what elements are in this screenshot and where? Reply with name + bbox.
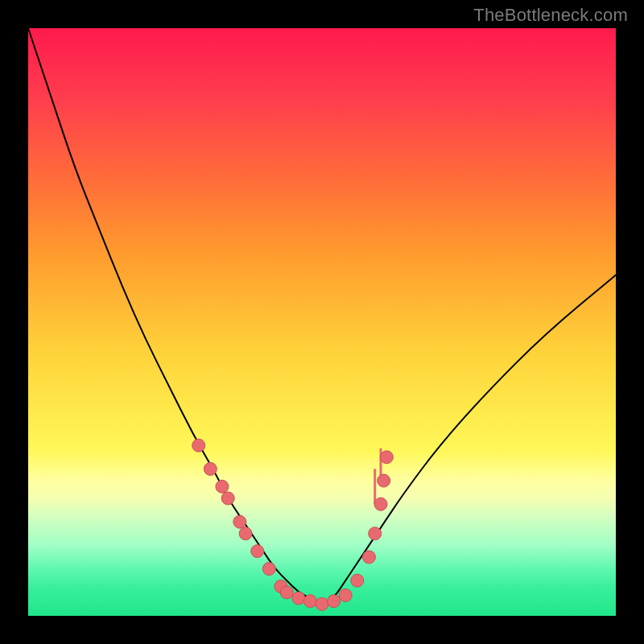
watermark-text: TheBottleneck.com xyxy=(473,5,628,26)
marker-dot xyxy=(362,551,375,564)
marker-dot xyxy=(192,439,205,452)
bottleneck-curve xyxy=(28,28,616,603)
marker-dot xyxy=(369,527,382,540)
marker-dot xyxy=(233,515,246,528)
marker-dot xyxy=(303,595,316,608)
marker-dot xyxy=(339,588,352,601)
marker-dot xyxy=(216,480,229,493)
marker-dot xyxy=(204,463,217,476)
marker-dot xyxy=(316,597,328,610)
chart-overlay xyxy=(28,28,616,616)
marker-dot xyxy=(221,492,234,505)
marker-dot xyxy=(378,474,390,487)
marker-dot xyxy=(262,563,275,576)
marker-dot xyxy=(374,497,387,510)
marker-dot xyxy=(351,574,364,587)
marker-dot xyxy=(251,545,264,558)
marker-dots xyxy=(192,439,394,610)
marker-dot xyxy=(280,586,293,599)
marker-dot xyxy=(328,595,341,608)
marker-dot xyxy=(292,592,305,605)
marker-dot xyxy=(239,527,252,540)
outer-frame: TheBottleneck.com xyxy=(0,0,644,644)
marker-dot xyxy=(380,451,393,464)
